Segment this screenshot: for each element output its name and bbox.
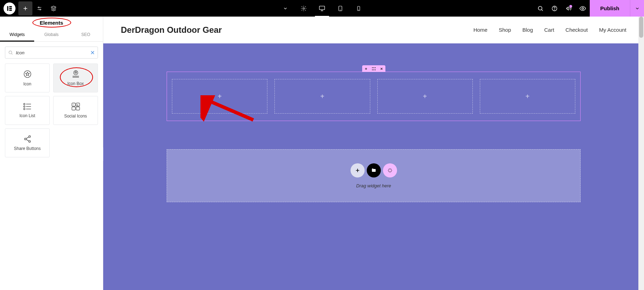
app-topbar: Publish [0,0,644,17]
svg-point-16 [9,51,12,54]
drop-text: Drag widget here [356,183,391,188]
add-widget-icon[interactable]: + [423,92,427,101]
search-wrap: ✕ [0,42,103,64]
widget-icon[interactable]: Icon [5,64,50,92]
widget-icon-list[interactable]: Icon List [5,96,50,125]
svg-point-30 [29,141,30,143]
section-container[interactable]: + + + + [167,72,581,121]
nav-shop[interactable]: Shop [499,27,511,33]
topbar-right: Publish [533,0,644,17]
svg-point-5 [40,9,41,10]
clear-search-button[interactable]: ✕ [90,49,95,56]
editor-canvas[interactable]: + + + + [103,43,644,290]
add-widget-icon[interactable]: + [320,92,324,101]
finder-search-button[interactable] [533,1,547,16]
svg-point-33 [374,67,375,68]
structure-button[interactable] [47,1,61,16]
nav-home[interactable]: Home [473,27,488,33]
whats-new-button[interactable] [562,1,576,16]
publish-button[interactable]: Publish [590,0,630,17]
nav-cart[interactable]: Cart [544,27,554,33]
tablet-view-button[interactable] [331,0,349,17]
svg-point-19 [24,103,25,105]
tab-widgets[interactable]: Widgets [0,29,34,42]
nav-account[interactable]: My Account [599,27,626,33]
svg-point-4 [38,7,39,8]
drop-zone[interactable]: Drag widget here [167,149,581,202]
tab-seo[interactable]: SEO [69,29,103,41]
svg-point-32 [373,67,374,68]
svg-point-29 [29,136,30,138]
site-nav: Home Shop Blog Cart Checkout My Account [473,27,626,33]
panel-title: Elements [40,20,63,26]
widget-label: Icon Box [67,81,84,86]
svg-point-14 [554,10,555,10]
section-drag-handle[interactable] [370,65,378,72]
column-1[interactable]: + [172,79,267,114]
help-button[interactable] [547,1,562,16]
widget-search-input[interactable] [16,50,87,55]
add-widget-icon[interactable]: + [218,92,222,101]
widgets-grid: Icon Icon Box Icon List f▶ Social Icons [0,64,103,157]
panel-tabs: Widgets Globals SEO [0,29,103,42]
widget-label: Icon [23,81,31,86]
desktop-view-button[interactable] [313,0,331,17]
tab-globals[interactable]: Globals [34,29,68,41]
column-4[interactable]: + [480,79,575,114]
dropzone-buttons [351,163,397,177]
search-icon [8,50,13,55]
mobile-view-button[interactable] [349,0,368,17]
publish-options-button[interactable] [630,0,644,17]
elements-panel: Elements Widgets Globals SEO ✕ Icon [0,17,103,290]
svg-rect-25 [76,107,80,110]
site-title: DerDragon Outdoor Gear [121,25,222,35]
svg-point-35 [373,69,374,70]
section-add-button[interactable] [362,65,370,72]
site-header: DerDragon Outdoor Gear Home Shop Blog Ca… [103,17,644,43]
scrollbar-thumb[interactable] [639,17,643,38]
add-section-button[interactable] [351,163,365,177]
elementor-logo[interactable] [4,2,16,14]
widget-social-icons[interactable]: f▶ Social Icons [53,96,98,125]
section-columns: + + + + [172,79,575,114]
icon-list-icon [23,103,32,110]
svg-rect-7 [320,6,325,10]
svg-point-11 [359,10,359,10]
template-library-button[interactable] [367,163,381,177]
svg-text:▶: ▶ [77,104,79,106]
svg-rect-3 [9,10,12,11]
nav-blog[interactable]: Blog [522,27,533,33]
column-2[interactable]: + [274,79,370,114]
svg-point-12 [538,6,542,10]
vertical-scrollbar[interactable] [638,17,644,290]
svg-rect-24 [72,107,75,110]
svg-point-31 [372,67,372,68]
panel-title-wrap: Elements [0,17,103,29]
topbar-left [0,1,61,16]
social-icons-icon: f▶ [71,102,81,111]
page-dropdown[interactable] [276,0,295,17]
svg-point-15 [582,7,583,9]
widget-search-box: ✕ [5,47,98,59]
svg-point-9 [340,10,341,10]
page-settings-button[interactable] [295,0,313,17]
ai-button[interactable] [383,163,397,177]
icon-box-icon [71,70,81,78]
notification-dot-icon [569,5,572,8]
svg-point-20 [24,106,25,107]
site-settings-button[interactable] [32,1,47,16]
section-delete-button[interactable] [378,65,385,72]
section-handle [362,65,385,72]
svg-point-6 [303,7,305,9]
column-3[interactable]: + [377,79,473,114]
add-widget-icon[interactable]: + [526,92,530,101]
widget-share-buttons[interactable]: Share Buttons [5,128,50,157]
publish-label: Publish [600,5,619,11]
add-element-button[interactable] [18,1,32,16]
preview-button[interactable] [576,1,590,16]
svg-rect-0 [7,6,8,11]
widget-icon-box[interactable]: Icon Box [53,64,98,92]
widget-label: Icon List [19,113,35,118]
canvas-wrap: DerDragon Outdoor Gear Home Shop Blog Ca… [103,17,644,290]
nav-checkout[interactable]: Checkout [565,27,588,33]
